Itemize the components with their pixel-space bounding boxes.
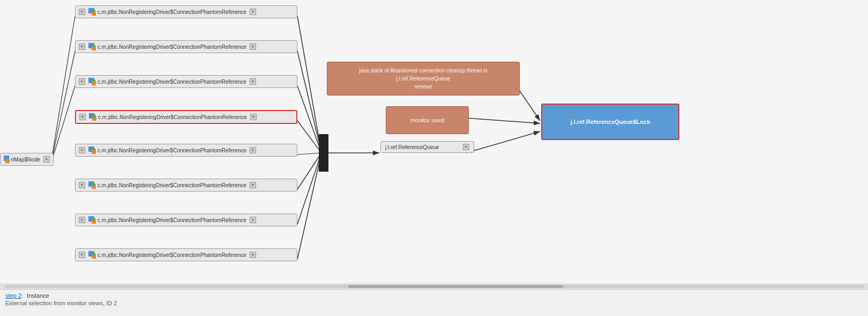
- ref-queue-node[interactable]: j.l.ref.ReferenceQueue +: [380, 141, 474, 153]
- non-reg-node-7[interactable]: + c.m.jdbc.NonRegisteringDriver$Connecti…: [75, 248, 297, 261]
- node-0-icon: [88, 8, 96, 16]
- node-6-expand-left[interactable]: +: [79, 217, 85, 223]
- non-reg-node-5[interactable]: + c.m.jdbc.NonRegisteringDriver$Connecti…: [75, 179, 297, 192]
- map-node-icon: [4, 156, 10, 163]
- non-reg-node-2[interactable]: + c.m.jdbc.NonRegisteringDriver$Connecti…: [75, 75, 297, 88]
- node-3-expand-left[interactable]: +: [79, 114, 86, 120]
- svg-line-7: [297, 153, 321, 259]
- node-1-expand-right[interactable]: +: [250, 43, 256, 50]
- step-link[interactable]: step 2: [5, 292, 21, 299]
- node-5-label: c.m.jdbc.NonRegisteringDriver$Connection…: [98, 182, 246, 188]
- node-5-expand-left[interactable]: +: [79, 182, 85, 188]
- non-reg-node-4[interactable]: + c.m.jdbc.NonRegisteringDriver$Connecti…: [75, 144, 297, 157]
- non-reg-node-6[interactable]: + c.m.jdbc.NonRegisteringDriver$Connecti…: [75, 214, 297, 226]
- stack-node[interactable]: java stack of Abandoned connection clean…: [327, 62, 520, 95]
- stack-node-line3: remove: [336, 83, 511, 91]
- node-0-label: c.m.jdbc.NonRegisteringDriver$Connection…: [98, 9, 246, 15]
- instance-label: Instance: [27, 292, 49, 299]
- node-3-icon: [89, 113, 96, 121]
- map-node-expand[interactable]: +: [43, 156, 50, 163]
- node-1-icon: [88, 43, 96, 50]
- node-1-label: c.m.jdbc.NonRegisteringDriver$Connection…: [98, 44, 246, 50]
- scrollbar-track: [4, 285, 864, 288]
- node-6-label: c.m.jdbc.NonRegisteringDriver$Connection…: [98, 217, 246, 223]
- non-reg-node-3[interactable]: + c.m.jdbc.NonRegisteringDriver$Connecti…: [75, 110, 297, 124]
- ref-lock-label: j.l.ref.ReferenceQueue$Lock: [571, 119, 650, 125]
- node-3-expand-right[interactable]: +: [250, 114, 257, 120]
- svg-line-6: [297, 153, 321, 224]
- node-2-expand-left[interactable]: +: [79, 78, 85, 85]
- node-6-icon: [88, 216, 96, 224]
- svg-line-11: [466, 118, 540, 123]
- node-0-expand-right[interactable]: +: [250, 9, 256, 15]
- node-2-expand-right[interactable]: +: [250, 78, 256, 85]
- svg-line-4: [297, 153, 321, 155]
- node-1-expand-left[interactable]: +: [79, 43, 85, 50]
- scrollbar-thumb[interactable]: [348, 285, 563, 288]
- node-7-icon: [88, 251, 96, 259]
- svg-line-2: [297, 86, 321, 153]
- ref-queue-expand[interactable]: +: [463, 144, 469, 150]
- node-2-icon: [88, 78, 96, 85]
- step-sep: :: [21, 292, 23, 299]
- main-canvas: nMap$Node + + c.m.jdbc.NonRegisteringDri…: [0, 0, 868, 290]
- svg-line-12: [466, 131, 540, 153]
- node-4-expand-right[interactable]: +: [250, 147, 256, 153]
- svg-line-5: [297, 153, 321, 189]
- stack-node-line2: j.l.ref.ReferenceQueue: [336, 75, 511, 83]
- svg-line-1: [297, 51, 321, 153]
- node-2-label: c.m.jdbc.NonRegisteringDriver$Connection…: [98, 79, 246, 85]
- svg-line-14: [51, 51, 75, 164]
- svg-line-15: [51, 86, 75, 164]
- node-4-label: c.m.jdbc.NonRegisteringDriver$Connection…: [98, 148, 246, 153]
- node-7-label: c.m.jdbc.NonRegisteringDriver$Connection…: [98, 252, 246, 258]
- monitor-node-label: monitor used: [410, 117, 445, 123]
- svg-line-3: [297, 121, 321, 153]
- node-3-label: c.m.jdbc.NonRegisteringDriver$Connection…: [98, 114, 247, 120]
- monitor-node[interactable]: monitor used: [386, 106, 469, 134]
- status-line1: step 2: Instance: [5, 292, 863, 299]
- map-node-label: nMap$Node: [11, 157, 40, 163]
- status-description: External selection from monitor views, I…: [5, 300, 863, 306]
- node-4-expand-left[interactable]: +: [79, 147, 85, 153]
- non-reg-node-1[interactable]: + c.m.jdbc.NonRegisteringDriver$Connecti…: [75, 40, 297, 53]
- svg-line-13: [51, 16, 75, 164]
- svg-rect-8: [319, 134, 328, 172]
- status-bar: step 2: Instance External selection from…: [0, 289, 868, 316]
- ref-queue-label: j.l.ref.ReferenceQueue: [385, 144, 439, 150]
- node-7-expand-left[interactable]: +: [79, 252, 85, 258]
- svg-line-0: [297, 16, 321, 153]
- node-6-expand-right[interactable]: +: [250, 217, 256, 223]
- node-0-expand-left[interactable]: +: [79, 9, 85, 15]
- non-reg-node-0[interactable]: + c.m.jdbc.NonRegisteringDriver$Connecti…: [75, 5, 297, 18]
- node-4-icon: [88, 146, 96, 154]
- map-node[interactable]: nMap$Node +: [0, 153, 54, 166]
- stack-node-line1: java stack of Abandoned connection clean…: [336, 67, 511, 75]
- node-7-expand-right[interactable]: +: [250, 252, 256, 258]
- ref-lock-node[interactable]: j.l.ref.ReferenceQueue$Lock: [541, 104, 679, 140]
- node-5-expand-right[interactable]: +: [250, 182, 256, 188]
- node-5-icon: [88, 181, 96, 189]
